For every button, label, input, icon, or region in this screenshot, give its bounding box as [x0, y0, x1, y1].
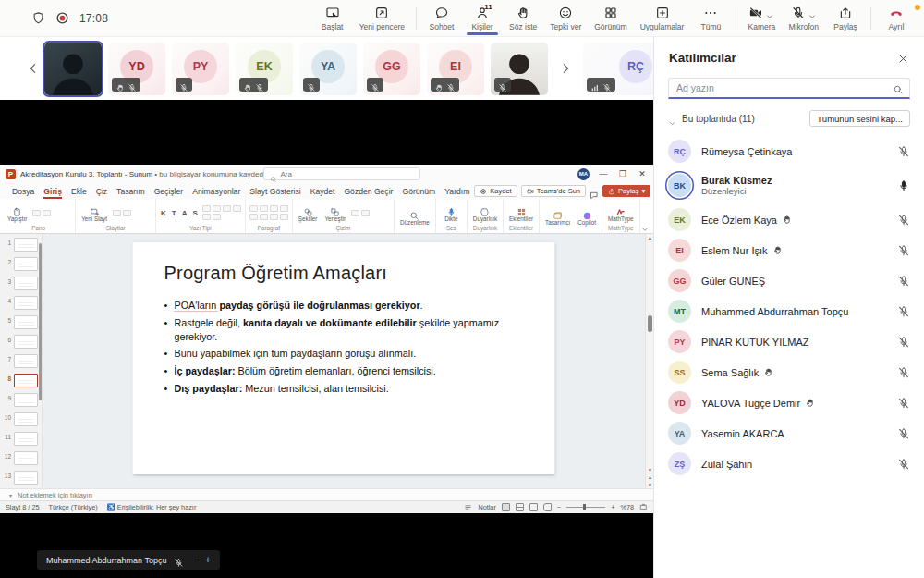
ribbon-button-yapıştır[interactable]: Yapıştır: [6, 204, 29, 222]
record-button[interactable]: Kaydet: [474, 185, 517, 197]
scroll-up-icon[interactable]: ▲: [647, 235, 653, 240]
slide-thumbnail-8[interactable]: 8: [3, 374, 40, 392]
toolbar-sohbet[interactable]: Sohbet: [421, 0, 462, 37]
slide-thumbnail-10[interactable]: 10: [3, 412, 40, 431]
video-tile[interactable]: [491, 43, 548, 95]
chevron-down-icon[interactable]: [668, 115, 676, 123]
ppt-search-input[interactable]: [280, 170, 414, 178]
ribbon-button-yeni-slayt[interactable]: Yeni Slayt: [79, 204, 109, 222]
ppt-menu-gözden-geçir[interactable]: Gözden Geçir: [339, 183, 397, 199]
slide-thumbnail-13[interactable]: 13: [3, 471, 40, 488]
slide-scrollbar[interactable]: ▲ ▼ ▲ ▼: [645, 234, 653, 488]
slide-thumbnail-4[interactable]: 4: [3, 296, 40, 314]
ppt-menu-ekle[interactable]: Ekle: [67, 183, 91, 199]
toolbar-tümü[interactable]: Tümü: [690, 0, 731, 37]
mic-off-icon[interactable]: [897, 366, 910, 379]
search-icon[interactable]: [893, 82, 904, 93]
participant-row-EK[interactable]: EK Ece Özlem Kaya: [654, 204, 924, 235]
minimize-button[interactable]: —: [598, 170, 609, 178]
avatar-tile-YD[interactable]: YD: [108, 43, 165, 95]
ppt-menu-çiz[interactable]: Çiz: [91, 183, 112, 199]
normal-view-icon[interactable]: [502, 503, 510, 511]
ppt-user-avatar[interactable]: MA: [578, 168, 590, 180]
toolbar-kamera[interactable]: Kamera: [741, 0, 782, 37]
slide-thumbnail-12[interactable]: 12: [3, 451, 40, 470]
slide-thumbnail-7[interactable]: 7: [3, 354, 40, 373]
slide-thumbnail-11[interactable]: 11: [3, 432, 40, 450]
previous-slide-icon[interactable]: ▲: [647, 474, 653, 480]
toolbar-ayrıl[interactable]: Ayrıl: [876, 0, 917, 37]
ppt-menu-yardım[interactable]: Yardım: [440, 183, 474, 199]
toolbar-başlat[interactable]: Başlat: [312, 0, 353, 37]
ribbon-button-dikte[interactable]: Dikte: [443, 204, 459, 222]
ppt-menu-dosya[interactable]: Dosya: [7, 183, 39, 199]
participant-row-BK[interactable]: BK Burak Küsmez Düzenleyici: [654, 166, 924, 204]
ribbon-controls[interactable]: [113, 210, 152, 216]
slide-sorter-icon[interactable]: [516, 503, 524, 511]
present-in-teams-button[interactable]: Teams'de Sun: [521, 185, 586, 197]
ribbon-button-tasarımcı[interactable]: Tasarımcı: [543, 208, 572, 226]
slideshow-icon[interactable]: [543, 503, 552, 511]
mute-all-button[interactable]: Tümünün sesini kap...: [809, 110, 910, 127]
chevron-right-icon[interactable]: [558, 61, 573, 76]
notes-bar[interactable]: ▾ Not eklemek için tıklayın: [0, 488, 653, 500]
zoom-out-button[interactable]: −: [557, 503, 561, 511]
slide-thumbnail-3[interactable]: 3: [3, 277, 40, 295]
participant-row-ZŞ[interactable]: ZŞ Zülal Şahin: [654, 449, 924, 479]
toolbar-mikrofon[interactable]: Mikrofon: [782, 0, 825, 37]
chevron-down-icon[interactable]: [808, 8, 817, 18]
ribbon-button-şekiller[interactable]: Şekiller: [297, 204, 320, 222]
slide-thumbnail-5[interactable]: 5: [3, 315, 40, 334]
participant-row-GG[interactable]: GG Güler GÜNEŞ: [654, 265, 924, 296]
avatar-tile-EK[interactable]: EK: [236, 43, 293, 95]
accessibility-label[interactable]: ♿ Erişilebilirlik: Her şey hazır: [107, 503, 197, 511]
ribbon-controls[interactable]: [202, 205, 241, 220]
participant-row-RÇ[interactable]: RÇ Rümeysa Çetinkaya: [654, 136, 924, 166]
avatar-tile-PY[interactable]: PY: [172, 43, 229, 95]
ribbon-button-düzenleme[interactable]: Düzenleme: [398, 208, 432, 226]
toolbar-kişiler[interactable]: 11Kişiler: [462, 0, 503, 37]
participant-row-YD[interactable]: YD YALOVA Tuğçe Demir: [654, 387, 924, 418]
slide-thumbnail-2[interactable]: 2: [3, 257, 40, 276]
ribbon-button-copilot[interactable]: Copilot: [576, 208, 598, 226]
ppt-menu-görünüm[interactable]: Görünüm: [397, 183, 440, 199]
font-style-button[interactable]: S: [191, 209, 198, 217]
font-style-button[interactable]: A: [181, 209, 188, 217]
ribbon-button-eklentiler[interactable]: Eklentiler: [507, 204, 535, 222]
zoom-slider[interactable]: [566, 507, 605, 508]
mic-on-icon[interactable]: [897, 179, 910, 192]
ppt-menu-animasyonlar[interactable]: Animasyonlar: [188, 183, 245, 199]
toolbar-söz-iste[interactable]: Söz iste: [503, 0, 543, 37]
slide-thumbnail-6[interactable]: 6: [3, 335, 40, 353]
comments-icon[interactable]: [590, 187, 599, 196]
ppt-menu-tasarım[interactable]: Tasarım: [112, 183, 150, 199]
zoom-level[interactable]: %78: [620, 503, 634, 511]
slide-thumbnail-9[interactable]: 9: [3, 393, 40, 412]
ppt-menu-giriş[interactable]: Giriş: [39, 183, 67, 199]
chevron-down-icon[interactable]: [765, 8, 774, 18]
toolbar-görünüm[interactable]: Görünüm: [588, 0, 633, 37]
ribbon-collapse-icon[interactable]: [640, 221, 650, 230]
toolbar-yeni-pencere[interactable]: Yeni pencere: [353, 0, 411, 37]
ppt-menu-kaydet[interactable]: Kaydet: [306, 183, 340, 199]
font-style-button[interactable]: K: [160, 209, 167, 217]
toolbar-tepki-ver[interactable]: Tepki ver: [543, 0, 588, 37]
ribbon-controls[interactable]: [351, 210, 390, 216]
zoom-out-share-button[interactable]: −: [191, 555, 197, 565]
font-style-button[interactable]: T: [171, 209, 177, 217]
ppt-search-box[interactable]: [263, 167, 420, 180]
avatar-tile-GG[interactable]: GG: [363, 43, 420, 95]
language-label[interactable]: Türkçe (Türkiye): [49, 503, 98, 511]
participant-row-YA[interactable]: YA Yasemin AKARCA: [654, 418, 924, 449]
video-tile[interactable]: [44, 43, 102, 95]
close-panel-icon[interactable]: [897, 52, 909, 64]
scrollbar-handle[interactable]: [648, 315, 652, 332]
toolbar-uygulamalar[interactable]: Uygulamalar: [634, 0, 691, 37]
mic-off-icon[interactable]: [897, 214, 910, 227]
participant-row-MT[interactable]: MT Muhammed Abdurrahman Topçu: [654, 296, 924, 326]
scroll-down-icon[interactable]: ▼: [647, 467, 653, 473]
ribbon-button-yerleştir[interactable]: Yerleştir: [322, 204, 347, 222]
mic-off-icon[interactable]: [897, 458, 910, 471]
notes-toggle[interactable]: Notlar: [478, 503, 495, 511]
slide-thumbnail-1[interactable]: 1: [3, 238, 40, 256]
